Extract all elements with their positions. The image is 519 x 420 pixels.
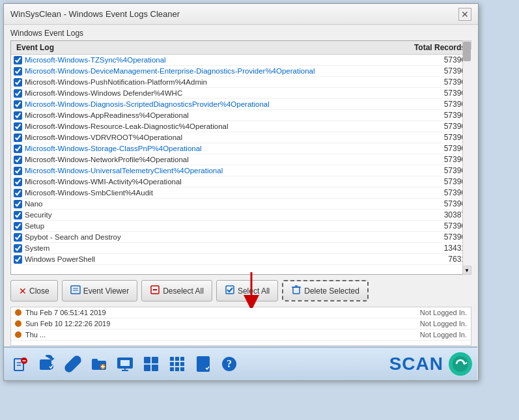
title-bar: WinSysClean - Windows Event Logs Cleaner… xyxy=(4,4,478,25)
status-text-3: Not Logged In. xyxy=(420,331,467,339)
table-row[interactable]: Microsoft-Windows-VDRVROOT%4Operational … xyxy=(11,132,471,143)
scan-button[interactable]: SCAN xyxy=(389,352,472,376)
svg-rect-33 xyxy=(144,365,150,371)
main-dialog: WinSysClean - Windows Event Logs Cleaner… xyxy=(3,3,479,381)
log-checkbox[interactable] xyxy=(14,200,22,208)
close-button[interactable]: ✕ Close xyxy=(10,280,58,301)
backup-icon[interactable] xyxy=(35,352,59,376)
svg-text:?: ? xyxy=(227,358,232,369)
log-name: Microsoft-Windows-DeviceManagement-Enter… xyxy=(25,67,315,75)
log-name: Microsoft-Windows-UniversalTelemetryClie… xyxy=(25,167,223,175)
log-name: Security xyxy=(25,211,52,219)
scroll-down-button[interactable]: ▼ xyxy=(462,266,471,275)
table-header: Event Log Total Records xyxy=(11,41,471,55)
svg-rect-39 xyxy=(175,362,179,366)
table-row[interactable]: Nano 57396 xyxy=(11,199,471,210)
log-name: Microsoft-Windows-Storage-ClassPnP%4Oper… xyxy=(25,145,202,152)
log-report-icon[interactable] xyxy=(191,352,215,376)
apps-grid-icon[interactable] xyxy=(139,352,163,376)
status-row-2: Sun Feb 10 12:22:26 2019 Not Logged In. xyxy=(11,318,471,329)
table-row[interactable]: Microsoft-Windows-Resource-Leak-Diagnost… xyxy=(11,121,471,132)
table-row[interactable]: Security 30387 xyxy=(11,210,471,221)
bottom-toolbar: ? SCAN xyxy=(4,346,477,380)
log-checkbox[interactable] xyxy=(14,100,22,109)
folder-icon[interactable] xyxy=(87,352,111,376)
table-row[interactable]: Spybot - Search and Destroy 57396 xyxy=(11,232,471,243)
log-name: Nano xyxy=(25,200,43,208)
tools-icon[interactable] xyxy=(61,352,85,376)
log-checkbox[interactable] xyxy=(14,145,22,153)
table-row[interactable]: Microsoft-Windows-PushNotification-Platf… xyxy=(11,77,471,88)
table-row[interactable]: Microsoft-Windows-AppReadiness%4Operatio… xyxy=(11,110,471,121)
deselect-all-button[interactable]: Deselect All xyxy=(141,280,212,301)
table-row[interactable]: System 13431 xyxy=(11,243,471,254)
table-row[interactable]: Microsoft-Windows-Diagnosis-ScriptedDiag… xyxy=(11,99,471,110)
log-name: Microsoft-Windows-VDRVROOT%4Operational xyxy=(25,133,182,141)
table-row[interactable]: Microsoft-Windows-TZSync%4Operational 57… xyxy=(11,55,471,66)
log-name: Spybot - Search and Destroy xyxy=(25,233,121,241)
log-checkbox[interactable] xyxy=(14,89,22,98)
status-text-2: Not Logged In. xyxy=(420,320,467,328)
close-icon: ✕ xyxy=(19,286,27,296)
log-checkbox[interactable] xyxy=(14,133,22,142)
select-all-button[interactable]: Select All xyxy=(216,280,278,301)
log-checkbox[interactable] xyxy=(14,211,22,219)
log-name: Microsoft-Windows-AppReadiness%4Operatio… xyxy=(25,111,189,119)
log-checkbox[interactable] xyxy=(14,255,22,264)
table-row[interactable]: Microsoft-Windows-Storage-ClassPnP%4Oper… xyxy=(11,143,471,154)
log-checkbox[interactable] xyxy=(14,222,22,231)
delete-selected-button[interactable]: Delete Selected xyxy=(282,280,369,301)
col-event-log: Event Log xyxy=(16,43,54,52)
log-checkbox[interactable] xyxy=(14,178,22,186)
deselect-all-icon xyxy=(150,285,160,297)
log-checkbox[interactable] xyxy=(14,67,22,76)
table-row[interactable]: Microsoft-Windows-NetworkProfile%4Operat… xyxy=(11,154,471,165)
log-name: Microsoft-Windows-NetworkProfile%4Operat… xyxy=(25,156,189,163)
grid2-icon[interactable] xyxy=(165,352,189,376)
log-checkbox[interactable] xyxy=(14,167,22,175)
log-checkbox[interactable] xyxy=(14,244,22,253)
table-row[interactable]: Microsoft-Windows-Windows Defender%4WHC … xyxy=(11,88,471,99)
svg-point-51 xyxy=(453,356,468,372)
button-row-1: ✕ Close Event Viewer Deselect All Select… xyxy=(4,275,478,307)
table-row[interactable]: Setup 57396 xyxy=(11,221,471,232)
table-scrollbar[interactable]: ▲ ▼ xyxy=(462,40,471,275)
help-icon[interactable]: ? xyxy=(217,352,241,376)
log-name: Setup xyxy=(25,222,44,230)
screen-icon[interactable] xyxy=(113,352,137,376)
log-checkbox[interactable] xyxy=(14,233,22,242)
window-title: WinSysClean - Windows Event Logs Cleaner xyxy=(10,9,180,19)
svg-rect-42 xyxy=(175,367,179,371)
svg-rect-0 xyxy=(71,286,80,294)
log-checkbox[interactable] xyxy=(14,78,22,87)
log-checkbox[interactable] xyxy=(14,122,22,131)
status-dot-2 xyxy=(15,320,21,327)
svg-rect-35 xyxy=(170,357,174,361)
table-row[interactable]: Windows PowerShell 7631 xyxy=(11,254,471,265)
log-checkbox[interactable] xyxy=(14,189,22,197)
scan-icon[interactable] xyxy=(449,352,472,376)
event-viewer-button[interactable]: Event Viewer xyxy=(62,280,137,301)
log-checkbox[interactable] xyxy=(14,156,22,164)
uninstall-icon[interactable] xyxy=(9,352,33,376)
log-checkbox[interactable] xyxy=(14,111,22,120)
col-total-records: Total Records xyxy=(414,43,466,52)
svg-point-23 xyxy=(66,367,70,371)
log-name: Microsoft-Windows-TZSync%4Operational xyxy=(25,56,166,64)
select-all-icon xyxy=(225,285,235,297)
status-row-1: Thu Feb 7 06:51:41 2019 Not Logged In. xyxy=(11,307,471,318)
svg-rect-43 xyxy=(180,367,184,371)
table-row[interactable]: Microsoft-Windows-WMI-Activity%4Operatio… xyxy=(11,176,471,188)
log-name: Microsoft-Windows-WMI-Activity%4Operatio… xyxy=(25,178,182,186)
svg-rect-31 xyxy=(144,357,150,363)
table-row[interactable]: Microsoft-Windows-SmbClient%4Audit 57396 xyxy=(11,188,471,199)
scroll-thumb[interactable] xyxy=(463,42,471,61)
svg-rect-40 xyxy=(180,362,184,366)
log-checkbox[interactable] xyxy=(14,56,22,64)
table-row[interactable]: Microsoft-Windows-DeviceManagement-Enter… xyxy=(11,66,471,77)
close-window-button[interactable]: ✕ xyxy=(458,8,471,21)
log-name: System xyxy=(25,244,49,252)
table-row[interactable]: Microsoft-Windows-UniversalTelemetryClie… xyxy=(11,165,471,176)
status-bar: Thu Feb 7 06:51:41 2019 Not Logged In. S… xyxy=(10,307,471,346)
log-name: Microsoft-Windows-Resource-Leak-Diagnost… xyxy=(25,122,229,130)
